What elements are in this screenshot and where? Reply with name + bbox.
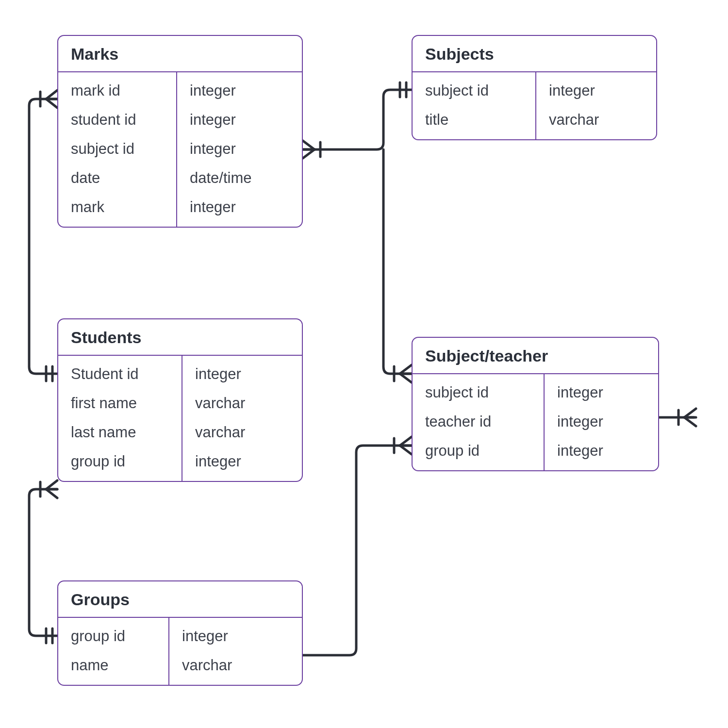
entity-groups: Groups group id name integer varchar (57, 580, 303, 686)
field-name: group id (413, 436, 544, 470)
field-name: subject id (413, 72, 535, 105)
field-name: teacher id (413, 407, 544, 436)
svg-line-24 (400, 437, 412, 446)
field-name: student id (58, 105, 176, 134)
field-name: group id (58, 618, 168, 651)
svg-line-4 (46, 99, 57, 108)
field-type: integer (536, 72, 656, 105)
svg-line-18 (400, 365, 412, 374)
svg-line-26 (400, 446, 412, 454)
field-name: first name (58, 389, 182, 418)
field-name: subject id (58, 134, 176, 164)
svg-line-16 (303, 149, 314, 158)
field-type: integer (177, 105, 302, 134)
field-name: title (413, 105, 535, 139)
field-type: integer (169, 618, 302, 651)
field-type: integer (182, 356, 302, 389)
field-type: integer (545, 407, 658, 436)
field-type: date/time (177, 164, 302, 193)
svg-line-2 (46, 90, 57, 99)
field-name: name (58, 651, 168, 685)
field-type: varchar (169, 651, 302, 685)
field-type: varchar (182, 418, 302, 447)
field-name: mark (58, 193, 176, 227)
entity-subject-teacher: Subject/teacher subject id teacher id gr… (412, 337, 659, 471)
field-name: last name (58, 418, 182, 447)
svg-line-10 (46, 489, 57, 498)
svg-line-28 (684, 409, 696, 417)
entity-marks: Marks mark id student id subject id date… (57, 35, 303, 228)
field-name: date (58, 164, 176, 193)
field-name: mark id (58, 72, 176, 105)
field-type: integer (177, 134, 302, 164)
field-type: integer (177, 193, 302, 227)
svg-line-8 (46, 480, 57, 489)
entity-title: Students (58, 319, 302, 356)
field-type: varchar (182, 389, 302, 418)
field-type: varchar (536, 105, 656, 139)
entity-subjects: Subjects subject id title integer varcha… (412, 35, 657, 140)
entity-students: Students Student id first name last name… (57, 318, 303, 482)
field-name: group id (58, 447, 182, 481)
field-name: subject id (413, 374, 544, 407)
svg-line-20 (400, 374, 412, 382)
entity-title: Marks (58, 36, 302, 72)
entity-title: Groups (58, 581, 302, 618)
field-name: Student id (58, 356, 182, 389)
entity-title: Subject/teacher (413, 338, 658, 374)
field-type: integer (545, 374, 658, 407)
svg-line-14 (303, 141, 314, 149)
field-type: integer (545, 436, 658, 470)
field-type: integer (182, 447, 302, 481)
field-type: integer (177, 72, 302, 105)
svg-line-30 (684, 417, 696, 426)
entity-title: Subjects (413, 36, 656, 72)
